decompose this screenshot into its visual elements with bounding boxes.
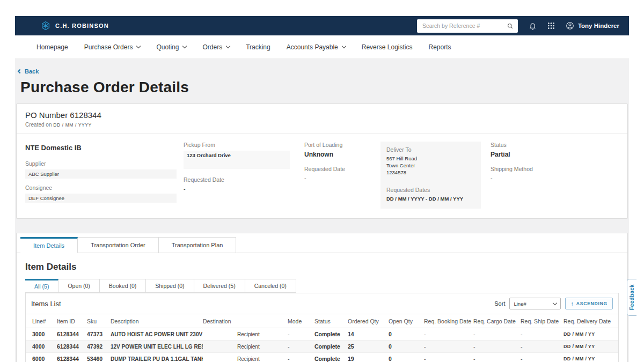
reference-search[interactable]: [417, 19, 518, 33]
column-header: Item ID: [57, 318, 87, 324]
user-menu[interactable]: Tony Hinderer: [566, 21, 619, 30]
table-cell: 25: [348, 343, 389, 350]
arrow-up-icon: ↑: [570, 300, 574, 307]
apps-grid-icon[interactable]: [547, 22, 555, 29]
subtab[interactable]: Shipped (0): [146, 279, 194, 293]
pickup-column: Pickup From 123 Orchard Drive Requested …: [184, 142, 304, 209]
table-cell: 47392: [87, 343, 111, 350]
feedback-button[interactable]: Feedback: [627, 279, 636, 316]
port-of-loading-column: Port of Loading Unknown Requested Date -: [304, 142, 380, 209]
column-header: Mode: [288, 318, 314, 324]
details-card: Item Details Transportation Order Transp…: [16, 233, 628, 362]
sort-label: Sort: [494, 300, 505, 307]
subtab[interactable]: Open (0): [58, 279, 99, 293]
consignee-value: DEF Consignee: [25, 194, 177, 203]
page-title: Purchase Order Details: [20, 79, 628, 96]
menu-item[interactable]: Tracking: [246, 43, 270, 51]
supplier-label: Supplier: [25, 160, 184, 167]
items-list-title: Items List: [31, 300, 61, 308]
sort-direction-button[interactable]: ↑ ASCENDING: [565, 298, 613, 309]
menu-item[interactable]: Accounts Payable: [287, 43, 346, 51]
table-cell: -: [473, 331, 521, 337]
table-cell: -: [288, 343, 314, 350]
consignee-label: Consignee: [25, 184, 184, 191]
tab[interactable]: Item Details: [20, 237, 78, 253]
table-cell: Recipient: [203, 344, 288, 350]
menu-item[interactable]: Reverse Logistics: [362, 43, 413, 51]
table-cell: 6128344: [57, 343, 87, 350]
table-cell: Complete: [314, 343, 348, 350]
sort-selected-value: Line#: [514, 301, 526, 307]
main-menu: Homepage Purchase Orders Quoting Orders …: [15, 35, 629, 59]
user-name: Tony Hinderer: [578, 23, 619, 29]
back-chevron-icon: [18, 69, 22, 73]
top-navbar: C.H. ROBINSON Tony Hinderer: [15, 16, 629, 35]
table-cell: -: [473, 343, 521, 350]
created-on: Created on DD / MM / YYYY: [25, 122, 619, 128]
search-icon[interactable]: [507, 23, 514, 29]
subtab[interactable]: Booked (0): [100, 279, 146, 293]
table-row[interactable]: 6000612834453460DUMP TRAILER PU DA 1.1GA…: [26, 353, 618, 362]
subtab[interactable]: All (5): [25, 279, 58, 293]
menu-item-label: Reports: [429, 43, 451, 51]
table-cell: -: [521, 356, 564, 362]
menu-item[interactable]: Reports: [429, 43, 451, 51]
pol-requested-value: -: [304, 175, 380, 181]
menu-item[interactable]: Quoting: [156, 43, 186, 51]
table-cell: -: [424, 331, 473, 337]
column-header: Status: [314, 318, 348, 324]
section-title: Item Details: [25, 262, 619, 272]
deliver-address-line: Town Center: [386, 162, 475, 169]
status-subtabs: All (5) Open (0) Booked (0) Shipped (0): [25, 279, 619, 293]
created-on-date: DD / MM / YYYY: [53, 122, 92, 128]
table-cell: 3000: [32, 331, 57, 337]
tab-label: Transportation Order: [91, 242, 145, 248]
items-list-panel: Items List Sort Line# ↑ ASCENDING: [25, 293, 619, 362]
supplier-value: ABC Supplier: [25, 169, 177, 179]
menu-item[interactable]: Homepage: [36, 43, 68, 51]
menu-item-label: Purchase Orders: [84, 43, 133, 51]
table-row[interactable]: 400061283444739212V POWER UNIT ELEC LHL …: [26, 341, 618, 353]
table-cell: Complete: [314, 331, 348, 337]
po-number: PO Number 6128344: [25, 110, 619, 120]
column-header: Destination: [203, 318, 288, 324]
menu-item-label: Homepage: [36, 43, 68, 51]
search-input[interactable]: [421, 22, 503, 29]
tab[interactable]: Transportation Order: [78, 237, 159, 253]
table-cell: 19: [348, 356, 389, 362]
status-badge: Partial: [491, 151, 619, 158]
main-content: Back Purchase Order Details PO Number 61…: [15, 59, 629, 362]
subtab-label: Shipped (0): [155, 283, 184, 289]
deliver-to-column: Deliver To 567 Hill Road Town Center 123…: [380, 142, 481, 209]
brand[interactable]: C.H. ROBINSON: [41, 21, 109, 31]
main-tabs: Item Details Transportation Order Transp…: [17, 233, 627, 253]
pol-value: Unknown: [304, 151, 380, 158]
table-cell: 0: [389, 343, 424, 350]
subtab[interactable]: Canceled (0): [245, 279, 296, 293]
po-info-grid: NTE Domestic IB Supplier ABC Supplier Co…: [25, 142, 619, 209]
po-summary-card: PO Number 6128344 Created on DD / MM / Y…: [16, 104, 628, 219]
table-cell: 14: [348, 331, 389, 337]
table-cell: 4000: [32, 343, 57, 350]
tab-label: Item Details: [33, 242, 64, 249]
table-cell: 6128344: [57, 331, 87, 337]
table-cell: 0: [389, 356, 424, 362]
column-header: Line#: [32, 318, 57, 324]
order-type: NTE Domestic IB: [25, 144, 184, 152]
back-link[interactable]: Back: [18, 68, 39, 75]
column-header: Req. Cargo Date: [473, 318, 521, 324]
tab[interactable]: Transportation Plan: [159, 237, 237, 253]
chevron-down-icon: [342, 44, 346, 48]
menu-item[interactable]: Purchase Orders: [84, 43, 141, 51]
menu-item-label: Tracking: [246, 43, 270, 51]
tab-label: Transportation Plan: [172, 242, 223, 248]
subtab[interactable]: Delivered (5): [194, 279, 245, 293]
bell-icon[interactable]: [529, 22, 537, 30]
table-cell: -: [424, 343, 473, 350]
menu-item[interactable]: Orders: [202, 43, 230, 51]
table-row[interactable]: 3000612834447373AUTO HOIST AC POWER UNIT…: [26, 328, 618, 341]
subtab-label: Open (0): [68, 283, 90, 289]
table-cell: DUMP TRAILER PU DA 1.1GAL TANK: [111, 356, 203, 362]
pickup-requested-label: Requested Date: [184, 176, 304, 183]
sort-select[interactable]: Line#: [509, 298, 561, 309]
